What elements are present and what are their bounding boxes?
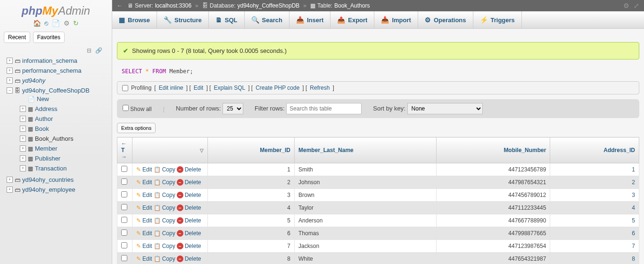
tab-structure[interactable]: 🔧Structure — [157, 11, 209, 28]
row-checkbox[interactable] — [121, 204, 127, 210]
gear-icon[interactable]: ⚙ — [623, 2, 629, 9]
exit-icon[interactable]: ⤢ — [634, 2, 639, 9]
row-checkbox[interactable] — [121, 179, 127, 185]
cell-address-id[interactable]: 2 — [632, 179, 635, 186]
settings-icon[interactable]: ⚙ — [64, 19, 70, 27]
tab-search[interactable]: 🔍Search — [245, 11, 289, 28]
edit-link[interactable]: Edit — [142, 166, 152, 173]
edit-link[interactable]: Edit — [142, 255, 152, 262]
plus-icon[interactable]: + — [20, 145, 26, 152]
row-checkbox[interactable] — [121, 230, 127, 236]
plus-icon[interactable]: + — [7, 177, 13, 183]
row-checkbox[interactable] — [121, 191, 127, 197]
search-input[interactable] — [286, 103, 362, 114]
row-checkbox[interactable] — [121, 217, 127, 223]
copy-link[interactable]: Copy — [162, 230, 175, 237]
plus-icon[interactable]: + — [20, 116, 26, 122]
cell-address-id[interactable]: 4 — [632, 204, 635, 211]
plus-icon[interactable]: + — [20, 165, 26, 171]
table-link[interactable]: Book_Authors — [334, 2, 370, 9]
favorites-tab[interactable]: Favorites — [33, 32, 65, 43]
plus-icon[interactable]: + — [7, 58, 13, 64]
num-rows-select[interactable]: 25 — [223, 103, 243, 114]
column-address-id[interactable]: Address_ID — [550, 137, 639, 163]
create-php-link[interactable]: Create PHP code — [256, 85, 299, 91]
tab-sql[interactable]: 🗎SQL — [209, 11, 245, 28]
collapse-icon[interactable]: ⊟ — [87, 47, 91, 54]
tab-browse[interactable]: ▦Browse — [112, 11, 157, 28]
row-checkbox[interactable] — [121, 242, 127, 248]
tab-insert[interactable]: 📥Insert — [289, 11, 330, 28]
cell-address-id[interactable]: 7 — [632, 243, 635, 249]
cell-address-id[interactable]: 6 — [632, 230, 635, 237]
logout-icon[interactable]: ⎋ — [44, 19, 48, 27]
plus-icon[interactable]: + — [7, 187, 13, 193]
copy-link[interactable]: Copy — [162, 243, 175, 249]
copy-link[interactable]: Copy — [162, 255, 175, 262]
reload-icon[interactable]: ↻ — [73, 19, 79, 27]
copy-link[interactable]: Copy — [162, 192, 175, 198]
table-node-Address[interactable]: + ▦ Address — [20, 105, 108, 112]
edit-link[interactable]: Edit — [142, 204, 152, 211]
row-checkbox[interactable] — [121, 166, 127, 172]
home-icon[interactable]: 🏠 — [33, 19, 41, 27]
delete-link[interactable]: Delete — [185, 230, 201, 237]
new-table[interactable]: 📄 New — [20, 95, 108, 102]
delete-link[interactable]: Delete — [185, 255, 201, 262]
delete-link[interactable]: Delete — [185, 179, 201, 186]
column-member-id[interactable]: Member_ID — [208, 137, 295, 163]
table-node-Book[interactable]: + ▦ Book — [20, 125, 108, 132]
copy-link[interactable]: Copy — [162, 217, 175, 224]
extra-options-button[interactable]: Extra options — [117, 123, 156, 133]
logo[interactable]: phpMyAdmin — [0, 2, 112, 18]
cell-address-id[interactable]: 8 — [632, 255, 635, 262]
plus-icon[interactable]: + — [7, 77, 13, 84]
edit-link[interactable]: Edit — [142, 217, 152, 224]
column-last-name[interactable]: Member_Last_Name — [295, 137, 437, 163]
refresh-link[interactable]: Refresh — [310, 85, 330, 91]
server-link[interactable]: localhost:3306 — [155, 2, 191, 9]
copy-link[interactable]: Copy — [162, 179, 175, 186]
db-node-yd94ohy_countries[interactable]: + 🗃 yd94ohy_countries — [7, 176, 108, 183]
plus-icon[interactable]: + — [20, 136, 26, 142]
db-node-yd94ohy_CoffeeShopDB[interactable]: − 🗄 yd94ohy_CoffeeShopDB — [7, 87, 108, 94]
plus-icon[interactable]: + — [7, 68, 13, 74]
edit-inline-link[interactable]: Edit inline — [159, 85, 183, 91]
delete-link[interactable]: Delete — [185, 166, 201, 173]
docs-icon[interactable]: 📄 — [52, 19, 60, 27]
cell-address-id[interactable]: 3 — [632, 192, 635, 198]
edit-link[interactable]: Edit — [142, 243, 152, 249]
table-node-Member[interactable]: + ▦ Member — [20, 145, 108, 152]
delete-link[interactable]: Delete — [185, 204, 201, 211]
table-node-Transaction[interactable]: + ▦ Transaction — [20, 165, 108, 172]
cell-address-id[interactable]: 5 — [632, 217, 635, 224]
show-all-checkbox[interactable] — [123, 105, 129, 111]
tab-export[interactable]: 📤Export — [330, 11, 374, 28]
table-node-Author[interactable]: + ▦ Author — [20, 115, 108, 122]
collapse-left-icon[interactable]: ← — [117, 2, 123, 9]
edit-link[interactable]: Edit — [142, 192, 152, 198]
copy-link[interactable]: Copy — [162, 204, 175, 211]
table-node-Book_Authors[interactable]: + ▦ Book_Authors — [20, 135, 108, 142]
tab-import[interactable]: 📥Import — [374, 11, 418, 28]
column-toggle[interactable]: ← T → — [117, 137, 132, 163]
db-node-performance_schema[interactable]: + 🗃 performance_schema — [7, 67, 108, 74]
edit-link[interactable]: Edit — [194, 85, 204, 91]
delete-link[interactable]: Delete — [185, 243, 201, 249]
minus-icon[interactable]: − — [7, 87, 13, 94]
delete-link[interactable]: Delete — [185, 217, 201, 224]
profiling-checkbox[interactable] — [122, 85, 128, 91]
row-checkbox[interactable] — [121, 255, 127, 261]
cell-address-id[interactable]: 1 — [632, 166, 635, 173]
copy-link[interactable]: Copy — [162, 166, 175, 173]
db-node-yd94ohy[interactable]: + 🗃 yd94ohy — [7, 77, 108, 84]
sort-key-select[interactable]: None — [407, 103, 483, 114]
plus-icon[interactable]: + — [20, 155, 26, 162]
plus-icon[interactable]: + — [20, 126, 26, 132]
delete-link[interactable]: Delete — [185, 192, 201, 198]
column-mobile[interactable]: Mobile_Number — [437, 137, 550, 163]
db-node-information_schema[interactable]: + 🗃 information_schema — [7, 57, 108, 64]
edit-link[interactable]: Edit — [142, 230, 152, 237]
tab-triggers[interactable]: ⚡Triggers — [473, 11, 522, 28]
recent-tab[interactable]: Recent — [4, 32, 30, 43]
